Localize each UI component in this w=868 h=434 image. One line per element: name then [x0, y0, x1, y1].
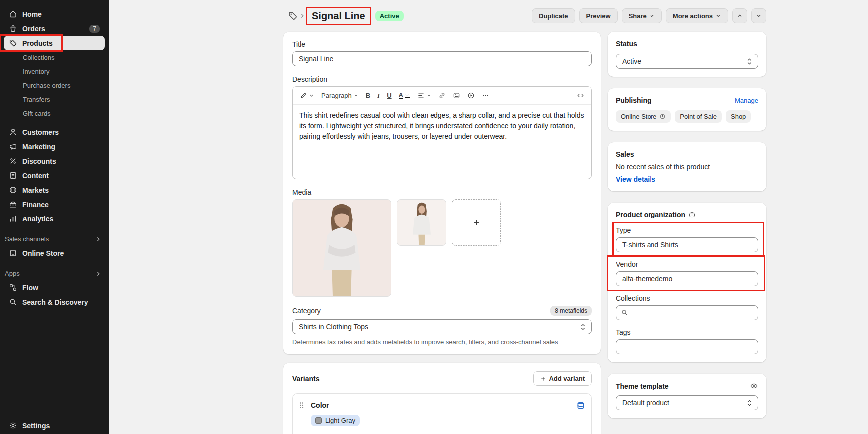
- previous-product-button[interactable]: [732, 8, 747, 23]
- page-header: Signal Line Active Duplicate Preview Sha…: [288, 7, 766, 25]
- variant-value-chip[interactable]: Light Gray: [311, 415, 360, 426]
- sidebar-item-discounts[interactable]: Discounts: [4, 154, 105, 168]
- type-field-group: Type: [616, 226, 758, 252]
- sidebar-item-gift-cards[interactable]: Gift cards: [4, 106, 105, 120]
- duplicate-button[interactable]: Duplicate: [532, 8, 575, 23]
- orders-count-badge: 7: [89, 25, 100, 33]
- eye-icon[interactable]: [750, 382, 758, 390]
- sidebar-item-content[interactable]: Content: [4, 168, 105, 183]
- header-actions: Duplicate Preview Share More actions: [532, 8, 766, 23]
- sidebar-item-transfers[interactable]: Transfers: [4, 92, 105, 106]
- content-file-icon: [9, 171, 17, 180]
- bold-button[interactable]: B: [363, 89, 373, 103]
- title-input[interactable]: [292, 51, 592, 66]
- sidebar: Home Orders 7 Products Collections Inven…: [0, 0, 109, 434]
- tags-label: Tags: [616, 328, 758, 336]
- paragraph-style-dropdown[interactable]: Paragraph: [318, 89, 362, 103]
- status-select[interactable]: Active: [616, 54, 758, 69]
- chevron-down-icon: [756, 13, 762, 19]
- ellipsis-icon: [482, 92, 489, 99]
- sidebar-item-inventory[interactable]: Inventory: [4, 64, 105, 78]
- sidebar-item-orders[interactable]: Orders 7: [4, 21, 105, 36]
- sidebar-item-products[interactable]: Products: [4, 36, 105, 50]
- pen-icon: [300, 92, 307, 99]
- sidebar-item-home[interactable]: Home: [4, 7, 105, 21]
- sidebar-item-customers[interactable]: Customers: [4, 125, 105, 139]
- vendor-input[interactable]: [616, 271, 758, 286]
- variant-option-row: Color: [299, 401, 585, 410]
- caret-down-icon: [353, 93, 359, 98]
- status-heading: Status: [616, 40, 637, 48]
- insert-link-button[interactable]: [435, 89, 449, 103]
- link-icon: [438, 92, 446, 99]
- sidebar-section-apps[interactable]: Apps: [4, 267, 105, 280]
- more-actions-button[interactable]: More actions: [666, 8, 728, 23]
- caret-down-icon: [405, 93, 410, 98]
- sidebar-section-sales-channels[interactable]: Sales channels: [4, 232, 105, 246]
- connected-metaobject-icon[interactable]: [576, 401, 585, 410]
- drag-handle-icon[interactable]: [299, 401, 305, 410]
- metafields-badge[interactable]: 8 metafields: [550, 306, 592, 316]
- collections-search-input[interactable]: [616, 305, 758, 320]
- gear-icon: [9, 421, 17, 430]
- sidebar-item-collections[interactable]: Collections: [4, 50, 105, 64]
- chevron-right-icon: [95, 236, 102, 243]
- theme-template-heading: Theme template: [616, 382, 669, 390]
- type-input[interactable]: [616, 237, 758, 252]
- page-title-wrap: Signal Line: [307, 8, 370, 24]
- preview-button[interactable]: Preview: [579, 8, 618, 23]
- insert-video-button[interactable]: [464, 89, 478, 103]
- sidebar-item-marketing[interactable]: Marketing: [4, 139, 105, 154]
- tags-input[interactable]: [616, 339, 758, 354]
- image-icon: [453, 92, 460, 99]
- italic-button[interactable]: I: [374, 89, 383, 103]
- flow-icon: [9, 283, 17, 292]
- manage-link[interactable]: Manage: [735, 97, 758, 104]
- media-image-2[interactable]: [397, 199, 446, 246]
- color-swatch-light-gray: [315, 417, 322, 424]
- sidebar-item-markets[interactable]: Markets: [4, 183, 105, 197]
- add-media-button[interactable]: [452, 199, 501, 246]
- description-text[interactable]: This shirt redefines casual cool with cl…: [293, 105, 591, 147]
- media-image-1[interactable]: [292, 199, 391, 297]
- sidebar-item-search-discovery[interactable]: Search & Discovery: [4, 295, 105, 309]
- share-button[interactable]: Share: [622, 8, 662, 23]
- underline-button[interactable]: U: [384, 89, 394, 103]
- sidebar-item-flow[interactable]: Flow: [4, 280, 105, 295]
- theme-template-select[interactable]: Default product: [616, 395, 758, 410]
- status-card: Status Active: [608, 32, 766, 77]
- video-icon: [467, 92, 475, 99]
- caret-down-icon: [649, 13, 655, 19]
- home-icon: [9, 10, 17, 18]
- add-variant-button[interactable]: Add variant: [533, 371, 592, 386]
- view-details-link[interactable]: View details: [616, 175, 758, 183]
- plus-icon: [540, 376, 546, 382]
- category-header-row: Category 8 metafields: [292, 306, 592, 316]
- search-icon: [621, 309, 628, 316]
- text-color-button[interactable]: A: [396, 89, 413, 103]
- variant-option-box: Color Light Gray: [292, 393, 592, 434]
- sidebar-item-settings[interactable]: Settings: [4, 418, 105, 433]
- sidebar-item-purchase-orders[interactable]: Purchase orders: [4, 78, 105, 92]
- product-organization-heading: Product organization: [616, 211, 685, 218]
- alignment-button[interactable]: [414, 89, 434, 103]
- format-pen-button[interactable]: [297, 89, 317, 103]
- customers-icon: [9, 128, 17, 136]
- insert-image-button[interactable]: [450, 89, 463, 103]
- sidebar-item-label: Products: [22, 39, 53, 47]
- more-formatting-button[interactable]: [479, 89, 492, 103]
- editor-toolbar: Paragraph B I U A: [293, 87, 591, 105]
- variants-heading: Variants: [292, 375, 319, 383]
- product-organization-card: Product organization Type Vendor Collect…: [608, 203, 766, 362]
- category-select[interactable]: Shirts in Clothing Tops: [292, 319, 592, 334]
- sidebar-item-analytics[interactable]: Analytics: [4, 212, 105, 226]
- product-details-card: Title Description Paragraph B I U A: [283, 32, 601, 354]
- sidebar-item-finance[interactable]: Finance: [4, 197, 105, 212]
- media-label: Media: [292, 188, 592, 196]
- sidebar-item-online-store[interactable]: Online Store: [4, 246, 105, 260]
- sales-card: Sales No recent sales of this product Vi…: [608, 142, 766, 191]
- info-icon[interactable]: [688, 211, 696, 218]
- next-product-button[interactable]: [751, 8, 766, 23]
- show-html-button[interactable]: [574, 89, 587, 103]
- description-label: Description: [292, 75, 592, 83]
